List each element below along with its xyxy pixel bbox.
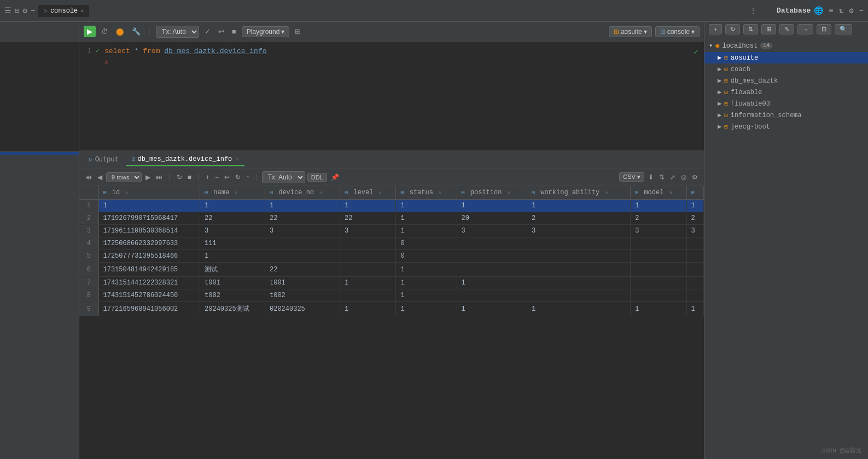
filter-conn-btn[interactable]: ⇅ <box>743 24 758 34</box>
tx-select[interactable]: Tx: Auto <box>156 26 199 38</box>
data-table-wrapper[interactable]: ⊞ id ⇅ ⊞ name ⇅ ⊞ device_no <box>79 186 704 459</box>
db-item-aosuite[interactable]: ▶ ⊟ aosuite <box>704 52 868 63</box>
th-model[interactable]: ⊞ model ⇅ <box>631 186 686 200</box>
menu-icon[interactable]: ☰ <box>4 6 11 15</box>
th-status[interactable]: ⊞ status ⇅ <box>396 186 457 200</box>
col-position-sort[interactable]: ⇅ <box>508 190 510 196</box>
playground-button[interactable]: Playground ▾ <box>242 26 290 37</box>
th-name[interactable]: ⊞ name ⇅ <box>200 186 265 200</box>
tab-console[interactable]: ▷ console ✕ <box>38 5 89 17</box>
col-status-sort[interactable]: ⇅ <box>439 190 441 196</box>
download-btn[interactable]: ⬇ <box>646 172 655 182</box>
table-row[interactable]: 21719267990715068417222222120222 <box>79 212 704 225</box>
col-more-icon: ⊞ <box>691 190 695 196</box>
table-row[interactable]: 3171961110853036851433313333 <box>79 225 704 237</box>
history-button[interactable]: ⏱ <box>99 26 110 37</box>
col-wa-sort[interactable]: ⇅ <box>605 190 608 196</box>
th-working-ability[interactable]: ⊞ working_ability ⇅ <box>527 186 630 200</box>
db-host-badge: 14 <box>760 43 772 49</box>
table-row[interactable]: 61731504814942429185测试221 <box>79 263 704 277</box>
ddl-btn[interactable]: DDL <box>307 173 327 182</box>
db-item-information-schema[interactable]: ▶ ⊟ information_schema <box>704 109 868 121</box>
up-down-icon[interactable]: ⇅ <box>839 6 843 15</box>
rows-select[interactable]: 9 rows <box>106 172 142 182</box>
db-close-icon[interactable]: − <box>859 7 864 15</box>
db-item-db-mes-daztk[interactable]: ▶ ⊟ db_mes_daztk <box>704 75 868 86</box>
col-deviceno-sort[interactable]: ⇅ <box>319 190 322 196</box>
add-row-btn[interactable]: + <box>204 172 211 182</box>
edit-conn-btn[interactable]: ✎ <box>779 24 794 34</box>
col-level-sort[interactable]: ⇅ <box>379 190 382 196</box>
view-btn[interactable]: ◎ <box>679 172 688 182</box>
prev-row-btn[interactable]: ◀ <box>96 172 104 182</box>
globe-icon[interactable]: 🌐 <box>814 6 823 15</box>
filter-btn[interactable]: ⇅ <box>657 172 666 182</box>
output-tab-output[interactable]: ▷ Output <box>84 154 124 166</box>
check-button[interactable]: ✓ <box>202 26 213 37</box>
th-level[interactable]: ⊞ level ⇅ <box>340 186 396 200</box>
console-tab-close[interactable]: ✕ <box>80 8 84 14</box>
line-content-1[interactable]: select * from db_mes_daztk.device_info <box>104 47 704 55</box>
table-row[interactable]: 417250686623329976331110 <box>79 237 704 250</box>
last-row-btn[interactable]: ⏭ <box>154 172 164 182</box>
pin-btn[interactable]: 📌 <box>329 172 341 182</box>
run-button[interactable]: ▶ <box>84 26 96 37</box>
add-conn-btn[interactable]: + <box>709 24 722 34</box>
db-item-jeecg-boot[interactable]: ▶ ⊟ jeecg-boot <box>704 121 868 132</box>
up-data-btn[interactable]: ↑ <box>244 172 251 182</box>
db-host-localhost[interactable]: ▾ ◉ localhost 14 <box>704 39 868 52</box>
refresh-btn[interactable]: ↻ <box>175 172 184 182</box>
list-icon[interactable]: ≡ <box>829 7 833 15</box>
table-tab-icon: ⊞ <box>132 155 136 162</box>
output-tab-table[interactable]: ⊞ db_mes_daztk.device_info ✕ <box>126 153 244 166</box>
db-item-flowable-label: flowable <box>731 89 762 96</box>
expand-btn[interactable]: ⤢ <box>668 172 677 182</box>
table-settings-btn[interactable]: ⚙ <box>690 172 700 182</box>
settings-icon[interactable]: ⚙ <box>22 6 27 15</box>
th-id[interactable]: ⊞ id ⇅ <box>98 186 200 200</box>
minimize-icon[interactable]: − <box>31 7 35 15</box>
split-icon[interactable]: ⊟ <box>15 6 19 15</box>
table-row[interactable]: 71743151441222328321t001t001111 <box>79 277 704 289</box>
more-options-icon[interactable]: ⋮ <box>749 6 757 15</box>
stop-data-btn[interactable]: ■ <box>186 172 193 182</box>
table-icon-btn[interactable]: ⊞ <box>293 26 303 37</box>
csv-btn[interactable]: CSV ▾ <box>619 172 644 182</box>
remove-row-btn[interactable]: − <box>213 172 220 182</box>
table-row[interactable]: 81743151452786024450t002t0021 <box>79 289 704 302</box>
table-row[interactable]: 9177216596894105600220240325测试0202403251… <box>79 302 704 316</box>
orange-button[interactable]: ⬤ <box>114 26 126 37</box>
col-id-sort[interactable]: ⇅ <box>125 190 128 196</box>
table-tab-close[interactable]: ✕ <box>236 156 239 162</box>
image-conn-btn[interactable]: ⊡ <box>817 24 831 34</box>
db-item-aosuite-label: aosuite <box>731 54 758 62</box>
col-model-label: model <box>644 189 663 196</box>
db-settings-icon[interactable]: ⚙ <box>849 6 853 15</box>
th-device-no[interactable]: ⊞ device_no ⇅ <box>265 186 340 200</box>
undo-data-btn[interactable]: ↩ <box>223 172 231 182</box>
refresh-conn-btn[interactable]: ↻ <box>725 24 740 34</box>
table-row[interactable]: 5172507773139551846610 <box>79 250 704 263</box>
search-conn-btn[interactable]: 🔍 <box>835 24 852 34</box>
stop-button[interactable]: ■ <box>230 26 238 37</box>
console-tab-label: console <box>50 7 78 15</box>
wrench-button[interactable]: 🔧 <box>130 26 143 37</box>
table-view-btn[interactable]: ⊞ <box>761 24 776 34</box>
first-row-btn[interactable]: ⏮ <box>84 172 94 182</box>
col-model-sort[interactable]: ⇅ <box>669 190 672 196</box>
aosuite-button[interactable]: ⊞ aosuite ▾ <box>609 26 652 37</box>
th-position[interactable]: ⊞ position ⇅ <box>457 186 527 200</box>
db-item-flowable03[interactable]: ▶ ⊟ flowable03 <box>704 98 868 109</box>
undo-button[interactable]: ↩ <box>216 26 226 37</box>
db-item-flowable[interactable]: ▶ ⊟ flowable <box>704 86 868 98</box>
arrow-conn-btn[interactable]: → <box>797 24 813 34</box>
tx-data-select[interactable]: Tx: Auto <box>262 171 305 183</box>
col-wa-icon: ⊞ <box>532 190 535 196</box>
redo-data-btn[interactable]: ↻ <box>234 172 242 182</box>
next-row-btn[interactable]: ▶ <box>144 172 152 182</box>
table-row[interactable]: 1111111111 <box>79 200 704 212</box>
db-item-coach[interactable]: ▶ ⊟ coach <box>704 63 868 75</box>
th-more[interactable]: ⊞ <box>686 186 703 200</box>
console-button[interactable]: ⊞ console ▾ <box>655 26 700 37</box>
col-name-sort[interactable]: ⇅ <box>235 190 237 196</box>
